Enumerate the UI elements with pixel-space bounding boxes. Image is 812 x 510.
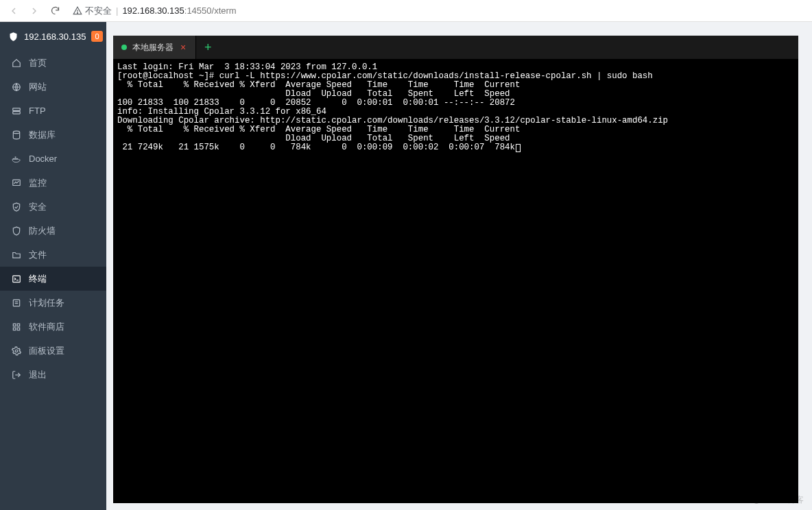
terminal-tab-active[interactable]: 本地服务器 × [113, 36, 196, 59]
sidebar-item-logout[interactable]: 退出 [0, 363, 106, 387]
status-dot-icon [121, 45, 127, 50]
sidebar-item-cron[interactable]: 计划任务 [0, 291, 106, 315]
svg-rect-9 [15, 156, 16, 158]
url-port: :14550 [184, 5, 212, 16]
task-icon [11, 298, 22, 308]
sidebar-item-database[interactable]: 数据库 [0, 123, 106, 147]
globe-icon [11, 82, 22, 93]
browser-toolbar: 不安全 | 192.168.30.135:14550/xterm [0, 0, 812, 22]
reload-icon [50, 5, 60, 16]
sidebar-item-firewall[interactable]: 防火墙 [0, 219, 106, 243]
sidebar-item-website[interactable]: 网站 [0, 75, 106, 99]
sidebar-item-label: 数据库 [29, 129, 56, 141]
forward-button[interactable] [26, 3, 43, 19]
sidebar-item-security[interactable]: 安全 [0, 195, 106, 219]
arrow-left-icon [8, 5, 19, 16]
warning-icon [73, 6, 82, 16]
sidebar-badge: 0 [91, 31, 102, 42]
reload-button[interactable] [47, 3, 63, 19]
sidebar-item-settings[interactable]: 面板设置 [0, 339, 106, 363]
svg-point-20 [15, 350, 18, 352]
add-tab-button[interactable]: + [196, 36, 219, 59]
gear-icon [11, 345, 22, 356]
database-icon [11, 130, 22, 141]
sidebar: 192.168.30.135 0 首页 网站 FTP 数据库 Docker 监控 [0, 22, 106, 510]
address-bar[interactable]: 不安全 | 192.168.30.135:14550/xterm [67, 3, 807, 19]
close-tab-button[interactable]: × [179, 42, 187, 52]
sidebar-item-home[interactable]: 首页 [0, 51, 106, 75]
terminal-tabbar: 本地服务器 × + [113, 36, 798, 59]
sidebar-item-monitor[interactable]: 监控 [0, 171, 106, 195]
docker-icon [11, 154, 22, 165]
app-body: 192.168.30.135 0 首页 网站 FTP 数据库 Docker 监控 [0, 22, 812, 510]
svg-rect-17 [17, 324, 20, 326]
sidebar-item-ftp[interactable]: FTP [0, 99, 106, 123]
terminal-icon [11, 274, 22, 284]
folder-icon [11, 250, 22, 260]
sidebar-item-label: 软件商店 [29, 321, 64, 333]
sidebar-item-terminal[interactable]: 终端 [0, 267, 106, 291]
svg-rect-19 [17, 328, 20, 330]
shield-icon [8, 32, 19, 42]
sidebar-item-label: Docker [29, 154, 57, 164]
sidebar-header: 192.168.30.135 0 [0, 22, 106, 51]
logout-icon [11, 369, 22, 380]
sidebar-item-label: 文件 [29, 249, 47, 261]
arrow-right-icon [29, 5, 40, 16]
terminal-output[interactable]: Last login: Fri Mar 3 18:33:04 2023 from… [113, 59, 798, 503]
url-host: 192.168.30.135 [122, 5, 184, 16]
sidebar-item-label: 退出 [29, 369, 47, 381]
monitor-icon [11, 178, 22, 189]
sidebar-item-docker[interactable]: Docker [0, 147, 106, 171]
terminal-panel: 本地服务器 × + Last login: Fri Mar 3 18:33:04… [113, 36, 798, 503]
sidebar-item-appstore[interactable]: 软件商店 [0, 315, 106, 339]
svg-rect-16 [13, 324, 16, 326]
sidebar-item-label: 首页 [29, 57, 47, 69]
home-icon [11, 58, 22, 69]
insecure-indicator: 不安全 [73, 5, 112, 17]
tab-label: 本地服务器 [132, 42, 174, 53]
url-text: 192.168.30.135:14550/xterm [122, 5, 236, 16]
svg-rect-18 [13, 328, 16, 330]
grid-icon [11, 321, 22, 332]
url-path: /xterm [212, 5, 237, 16]
cursor-icon [516, 144, 521, 152]
sidebar-item-label: 防火墙 [29, 225, 56, 237]
firewall-icon [11, 226, 22, 236]
svg-point-5 [13, 131, 19, 134]
svg-rect-4 [13, 111, 21, 114]
separator: | [116, 5, 118, 16]
sidebar-item-label: 计划任务 [29, 297, 64, 309]
content-area: 本地服务器 × + Last login: Fri Mar 3 18:33:04… [106, 22, 812, 510]
sidebar-item-label: FTP [29, 106, 46, 116]
sidebar-item-label: 监控 [29, 177, 47, 189]
plus-icon: + [204, 40, 212, 55]
security-icon [11, 202, 22, 212]
ftp-icon [11, 106, 22, 117]
sidebar-item-label: 安全 [29, 201, 47, 213]
sidebar-item-label: 面板设置 [29, 345, 64, 357]
sidebar-host: 192.168.30.135 [24, 32, 86, 42]
sidebar-item-label: 终端 [29, 273, 47, 285]
insecure-label: 不安全 [85, 5, 112, 17]
svg-point-1 [77, 12, 78, 13]
svg-rect-3 [13, 108, 21, 110]
svg-rect-11 [13, 276, 21, 282]
back-button[interactable] [5, 3, 22, 19]
sidebar-item-files[interactable]: 文件 [0, 243, 106, 267]
sidebar-item-label: 网站 [29, 81, 47, 93]
